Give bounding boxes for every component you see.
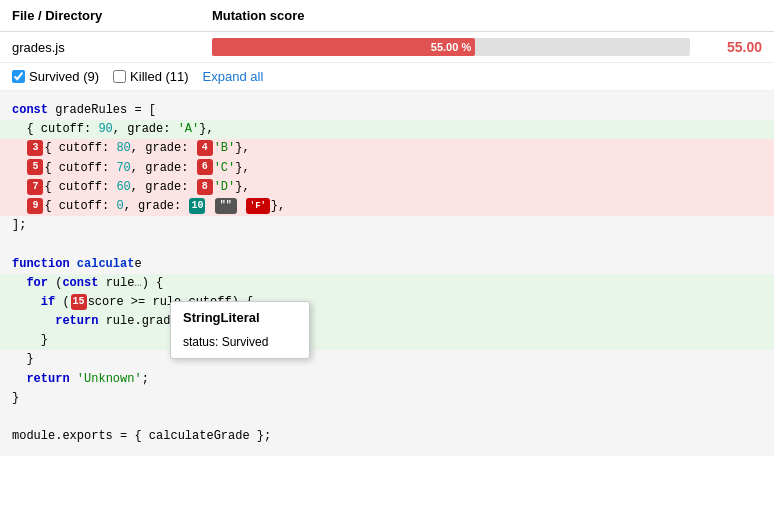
killed-filter[interactable]: Killed (11): [113, 69, 189, 84]
code-line: 9{ cutoff: 0, grade: 10 "" 'F'},: [0, 197, 774, 216]
mutation-badge-9[interactable]: 9: [27, 198, 43, 214]
file-name: grades.js: [12, 40, 212, 55]
code-line: module.exports = { calculateGrade };: [0, 427, 774, 446]
code-line: }: [0, 331, 774, 350]
tooltip-status: status: Survived: [183, 333, 297, 352]
code-line: const gradeRules = [: [0, 101, 774, 120]
code-line: ];: [0, 216, 774, 235]
mutation-badge-str[interactable]: "": [215, 198, 237, 214]
code-line: { cutoff: 90, grade: 'A'},: [0, 120, 774, 139]
killed-checkbox[interactable]: [113, 70, 126, 83]
mutation-badge-f[interactable]: 'F': [246, 198, 270, 214]
mutation-badge-10[interactable]: 10: [189, 198, 205, 214]
score-value: 55.00: [702, 39, 762, 55]
survived-checkbox[interactable]: [12, 70, 25, 83]
score-bar-text: 55.00 %: [212, 38, 690, 56]
file-row: grades.js 55.00 % 55.00: [0, 32, 774, 63]
code-line: return 'Unknown';: [0, 370, 774, 389]
survived-filter[interactable]: Survived (9): [12, 69, 99, 84]
code-line: for (const rule…) {: [0, 274, 774, 293]
header-file: File / Directory: [12, 8, 212, 23]
score-bar-container: 55.00 %: [212, 38, 690, 56]
code-line: }: [0, 350, 774, 369]
code-line: }: [0, 389, 774, 408]
header-score: Mutation score: [212, 8, 304, 23]
survived-label: Survived (9): [29, 69, 99, 84]
tooltip: StringLiteral status: Survived: [170, 301, 310, 359]
tooltip-title: StringLiteral: [183, 308, 297, 329]
mutation-badge-5[interactable]: 5: [27, 159, 43, 175]
code-line: 3{ cutoff: 80, grade: 4'B'},: [0, 139, 774, 158]
code-line: [0, 235, 774, 254]
mutation-badge-6[interactable]: 6: [197, 159, 213, 175]
filter-row: Survived (9) Killed (11) Expand all: [0, 63, 774, 91]
mutation-badge-4[interactable]: 4: [197, 140, 213, 156]
code-line: return rule.grade;: [0, 312, 774, 331]
code-area: const gradeRules = [ { cutoff: 90, grade…: [0, 91, 774, 456]
tooltip-box: StringLiteral status: Survived: [170, 301, 310, 359]
code-line: 5{ cutoff: 70, grade: 6'C'},: [0, 159, 774, 178]
mutation-badge-7[interactable]: 7: [27, 179, 43, 195]
code-line: [0, 408, 774, 427]
table-header: File / Directory Mutation score: [0, 0, 774, 32]
mutation-badge-15[interactable]: 15: [71, 294, 87, 310]
mutation-badge-3[interactable]: 3: [27, 140, 43, 156]
code-line: if (15score >= rule.cutoff) {: [0, 293, 774, 312]
expand-all-button[interactable]: Expand all: [203, 69, 264, 84]
mutation-badge-8[interactable]: 8: [197, 179, 213, 195]
code-line: 7{ cutoff: 60, grade: 8'D'},: [0, 178, 774, 197]
code-line: function calculate: [0, 255, 774, 274]
killed-label: Killed (11): [130, 69, 189, 84]
